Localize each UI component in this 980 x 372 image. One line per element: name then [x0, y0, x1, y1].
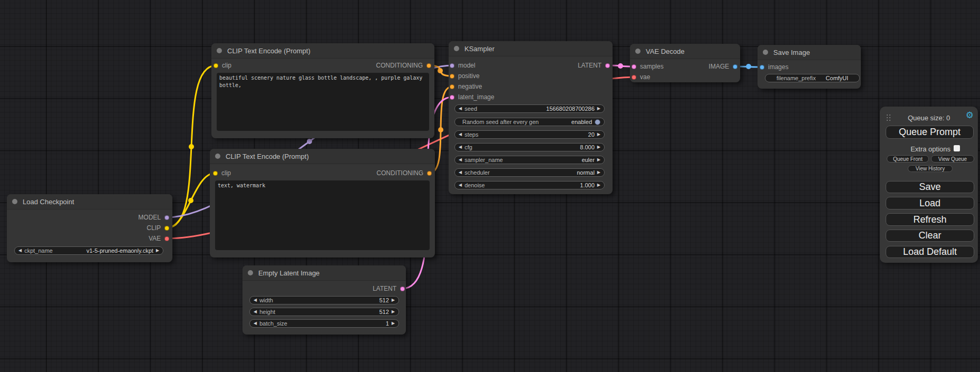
load-button[interactable]: Load [886, 197, 974, 209]
collapse-dot-icon[interactable] [763, 50, 768, 55]
slot-dot-latent[interactable] [400, 287, 405, 291]
slot-dot-conditioning[interactable] [426, 63, 431, 68]
scheduler-combo[interactable]: ◀ scheduler normal ▶ [454, 168, 605, 177]
slot-dot-vae[interactable] [632, 75, 636, 80]
cfg-stepper[interactable]: ◀ cfg 8.000 ▶ [454, 143, 605, 151]
stepper-right-icon[interactable]: ▶ [597, 145, 600, 149]
queue-front-button[interactable]: Queue Front [887, 155, 929, 163]
slot-dot-model[interactable] [164, 215, 169, 220]
stepper-left-icon[interactable]: ◀ [254, 310, 257, 314]
stepper-left-icon[interactable]: ◀ [459, 183, 462, 187]
node-load-checkpoint[interactable]: Load Checkpoint MODEL CLIP VAE ◀ ckpt_na… [7, 194, 172, 262]
slot-dot-conditioning[interactable] [427, 171, 432, 176]
slot-dot-vae[interactable] [164, 236, 169, 241]
sampler-name-combo[interactable]: ◀ sampler_name euler ▶ [454, 156, 605, 164]
toggle-knob[interactable] [595, 119, 600, 125]
view-queue-button[interactable]: View Queue [931, 155, 974, 163]
input-slot-positive[interactable]: positive [450, 72, 480, 80]
collapse-dot-icon[interactable] [215, 154, 220, 159]
height-stepper[interactable]: ◀ height 512 ▶ [249, 308, 399, 316]
output-slot-image[interactable]: IMAGE [709, 63, 738, 70]
input-slot-samples[interactable]: samples [632, 63, 664, 70]
node-clip-text-encode-negative[interactable]: CLIP Text Encode (Prompt) clip CONDITION… [210, 149, 435, 257]
ckpt-name-combo[interactable]: ◀ ckpt_name v1-5-pruned-emaonly.ckpt ▶ [14, 246, 163, 255]
save-button[interactable]: Save [886, 181, 974, 193]
stepper-left-icon[interactable]: ◀ [459, 158, 462, 162]
stepper-right-icon[interactable]: ▶ [597, 158, 600, 162]
seed-stepper[interactable]: ◀ seed 156680208700286 ▶ [454, 104, 605, 113]
output-slot-conditioning[interactable]: CONDITIONING [376, 62, 431, 69]
stepper-right-icon[interactable]: ▶ [597, 107, 600, 111]
load-default-button[interactable]: Load Default [886, 246, 974, 258]
node-titlebar[interactable]: CLIP Text Encode (Prompt) [210, 149, 435, 164]
node-titlebar[interactable]: Save Image [758, 45, 861, 60]
stepper-right-icon[interactable]: ▶ [156, 249, 159, 253]
slot-dot-clip[interactable] [213, 171, 218, 176]
slot-dot-model[interactable] [450, 63, 454, 68]
stepper-right-icon[interactable]: ▶ [392, 310, 395, 314]
slot-dot-latent[interactable] [605, 63, 610, 68]
stepper-right-icon[interactable]: ▶ [597, 132, 600, 137]
input-slot-latent-image[interactable]: latent_image [450, 93, 494, 101]
stepper-left-icon[interactable]: ◀ [254, 321, 257, 326]
slot-dot-image[interactable] [760, 65, 764, 70]
output-slot-vae[interactable]: VAE [149, 235, 169, 242]
denoise-stepper[interactable]: ◀ denoise 1.000 ▶ [454, 181, 605, 189]
node-titlebar[interactable]: KSampler [449, 41, 613, 56]
input-slot-images[interactable]: images [760, 63, 789, 71]
negative-prompt-textarea[interactable]: text, watermark [215, 180, 430, 250]
node-titlebar[interactable]: Empty Latent Image [242, 265, 406, 281]
node-clip-text-encode-positive[interactable]: CLIP Text Encode (Prompt) clip CONDITION… [211, 43, 434, 138]
extra-options-checkbox[interactable] [954, 145, 960, 151]
stepper-left-icon[interactable]: ◀ [459, 132, 462, 137]
stepper-left-icon[interactable]: ◀ [459, 107, 462, 111]
output-slot-conditioning[interactable]: CONDITIONING [376, 169, 432, 177]
stepper-right-icon[interactable]: ▶ [392, 321, 395, 326]
collapse-dot-icon[interactable] [248, 270, 253, 275]
collapse-dot-icon[interactable] [12, 199, 17, 204]
stepper-right-icon[interactable]: ▶ [597, 170, 600, 175]
random-seed-toggle[interactable]: Random seed after every gen enabled [454, 118, 605, 126]
node-titlebar[interactable]: VAE Decode [630, 44, 740, 59]
input-slot-model[interactable]: model [450, 62, 476, 69]
queue-panel[interactable]: Queue size: 0 ⚙ Queue Prompt Extra optio… [880, 107, 978, 263]
input-slot-negative[interactable]: negative [450, 83, 482, 90]
node-titlebar[interactable]: CLIP Text Encode (Prompt) [211, 43, 434, 59]
slot-dot-conditioning[interactable] [450, 84, 454, 89]
slot-dot-conditioning[interactable] [450, 74, 454, 79]
stepper-left-icon[interactable]: ◀ [459, 145, 462, 149]
collapse-dot-icon[interactable] [635, 49, 641, 54]
comfyui-canvas[interactable]: { "slot_colors": { "model": "#b39ddb", "… [0, 0, 980, 372]
node-empty-latent-image[interactable]: Empty Latent Image LATENT ◀ width 512 ▶ … [242, 265, 406, 335]
slot-dot-clip[interactable] [164, 226, 169, 231]
node-save-image[interactable]: Save Image images filename_prefix ComfyU… [758, 45, 861, 89]
output-slot-latent[interactable]: LATENT [578, 62, 610, 69]
node-titlebar[interactable]: Load Checkpoint [7, 194, 172, 209]
collapse-dot-icon[interactable] [454, 46, 459, 51]
batch-size-stepper[interactable]: ◀ batch_size 1 ▶ [249, 319, 399, 328]
input-slot-clip[interactable]: clip [213, 169, 231, 177]
node-vae-decode[interactable]: VAE Decode samples vae IMAGE [630, 44, 740, 82]
stepper-right-icon[interactable]: ▶ [597, 183, 600, 187]
width-stepper[interactable]: ◀ width 512 ▶ [249, 296, 399, 304]
input-slot-clip[interactable]: clip [214, 62, 231, 69]
output-slot-model[interactable]: MODEL [138, 214, 169, 221]
stepper-left-icon[interactable]: ◀ [459, 170, 462, 175]
collapse-dot-icon[interactable] [217, 48, 222, 53]
stepper-left-icon[interactable]: ◀ [254, 298, 257, 302]
node-ksampler[interactable]: KSampler model positive negative latent_… [449, 41, 613, 194]
slot-dot-clip[interactable] [214, 63, 218, 68]
stepper-left-icon[interactable]: ◀ [18, 249, 22, 253]
output-slot-latent[interactable]: LATENT [373, 285, 405, 292]
stepper-right-icon[interactable]: ▶ [392, 298, 395, 302]
slot-dot-latent[interactable] [632, 64, 636, 69]
queue-prompt-button[interactable]: Queue Prompt [886, 126, 974, 139]
clear-button[interactable]: Clear [886, 230, 974, 242]
positive-prompt-textarea[interactable]: beautiful scenery nature glass bottle la… [217, 73, 429, 131]
slot-dot-latent[interactable] [450, 95, 454, 100]
output-slot-clip[interactable]: CLIP [147, 224, 169, 232]
input-slot-vae[interactable]: vae [632, 73, 650, 81]
refresh-button[interactable]: Refresh [886, 213, 974, 226]
slot-dot-image[interactable] [733, 64, 738, 69]
filename-prefix-field[interactable]: filename_prefix ComfyUI [765, 74, 860, 82]
